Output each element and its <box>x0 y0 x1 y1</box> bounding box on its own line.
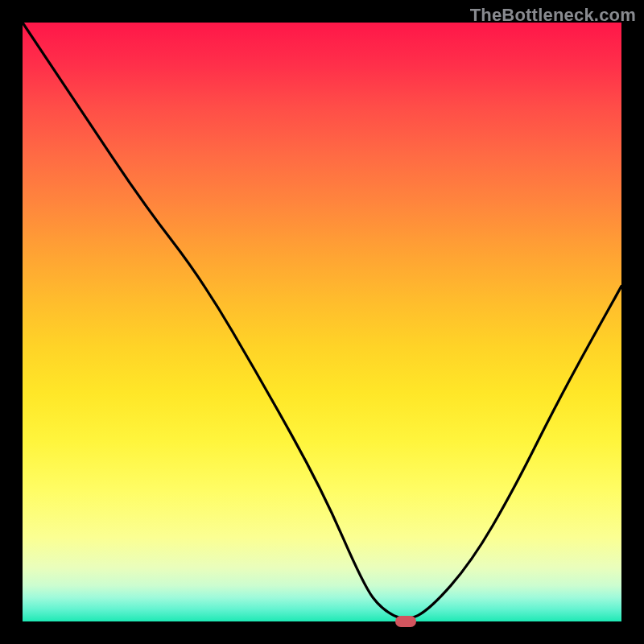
optimum-marker <box>395 616 416 627</box>
watermark-text: TheBottleneck.com <box>470 5 636 26</box>
bottleneck-curve <box>23 23 621 621</box>
chart-container: TheBottleneck.com <box>0 0 644 644</box>
curve-path <box>23 23 621 618</box>
plot-area <box>23 23 621 621</box>
